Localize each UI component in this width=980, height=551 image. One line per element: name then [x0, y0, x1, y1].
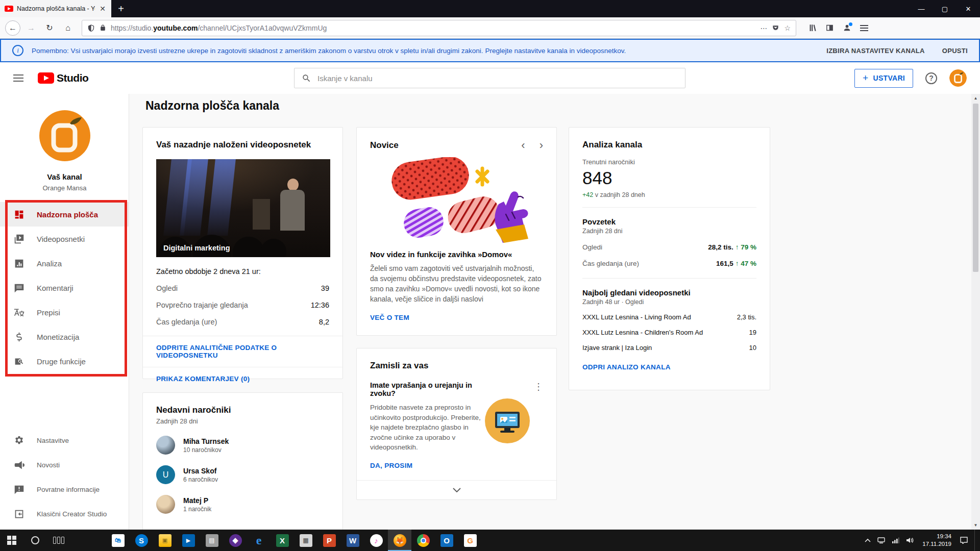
subscriber-avatar: U — [156, 465, 175, 484]
excel-icon[interactable]: X — [271, 530, 294, 551]
task-view-icon[interactable] — [47, 530, 70, 551]
scroll-down-icon[interactable]: ▼ — [974, 521, 978, 530]
news-card: Novice ‹ › — [356, 127, 557, 336]
show-comments-link[interactable]: PRIKAZ KOMENTARJEV (0) — [143, 367, 342, 390]
classic-studio-icon — [14, 509, 24, 519]
news-prev-icon[interactable]: ‹ — [521, 140, 525, 151]
search-input[interactable] — [317, 74, 678, 83]
brand-name: Studio — [57, 72, 88, 84]
start-button[interactable] — [0, 530, 23, 551]
tab-close-icon[interactable]: ✕ — [99, 5, 107, 13]
store-icon[interactable]: 🛍 — [106, 530, 130, 551]
menu-icon[interactable] — [856, 20, 872, 36]
sidebar-item-transcripts[interactable]: Prepisi — [0, 300, 129, 324]
news-body: Želeli smo vam zagotoviti več ustvarjaln… — [370, 264, 543, 305]
sidebar-item-monetization[interactable]: Monetizacija — [0, 324, 129, 349]
kebab-menu-icon[interactable]: ⋮ — [534, 382, 543, 391]
account-icon[interactable] — [839, 20, 854, 36]
lock-icon — [100, 24, 106, 32]
url-bar[interactable]: https://studio.youtube.com/channel/UCjxs… — [82, 20, 796, 36]
new-tab-button[interactable]: + — [111, 0, 131, 17]
news-next-icon[interactable]: › — [540, 140, 543, 151]
ideas-yes-link[interactable]: DA, PROSIM — [370, 462, 412, 469]
video-thumbnail[interactable]: Digitalni marketing — [156, 159, 330, 257]
pocket-icon[interactable] — [772, 24, 779, 32]
file-explorer-icon[interactable]: ▣ — [153, 530, 177, 551]
itunes-icon[interactable]: ♪ — [364, 530, 388, 551]
subscriber-row[interactable]: Matej P1 naročnik — [156, 495, 329, 514]
open-video-analytics-link[interactable]: ODPRITE ANALITIČNE PODATKE O VIDEOPOSNET… — [143, 336, 342, 367]
browser-tab[interactable]: Nadzorna plošča kanala - YouT ✕ — [0, 0, 111, 17]
network-tray-icon[interactable] — [892, 537, 899, 543]
hidden-icons-chevron[interactable] — [865, 538, 871, 542]
notice-banner: i Pomembno: Vsi ustvarjalci morajo izves… — [0, 39, 980, 62]
sidebar-item-comments[interactable]: Komentarji — [0, 276, 129, 300]
library-icon[interactable] — [804, 20, 820, 36]
hamburger-icon[interactable] — [13, 74, 23, 82]
sidebars-icon[interactable] — [822, 20, 837, 36]
recent-subscribers-card: Nedavni naročniki Zadnjih 28 dni Miha Tu… — [142, 392, 343, 530]
stat-row: Čas gledanja (ure)8,2 — [156, 309, 329, 326]
expand-button[interactable] — [357, 480, 556, 499]
sidebar-item-whats-new[interactable]: Novosti — [0, 453, 129, 477]
taskbar-clock[interactable]: 19:34 17.11.2019 — [920, 533, 953, 548]
minimize-button[interactable]: — — [910, 0, 933, 17]
show-desktop-button[interactable] — [974, 530, 977, 551]
app-icon-2[interactable]: ◆ — [224, 530, 247, 551]
top-video-row[interactable]: Izjave strank | Iza Login10 — [582, 344, 756, 352]
studio-logo[interactable]: Studio — [38, 72, 88, 84]
edge-icon[interactable]: e — [247, 530, 271, 551]
chrome-icon[interactable] — [411, 530, 435, 551]
dismiss-button[interactable]: OPUSTI — [942, 47, 968, 55]
page-actions-icon[interactable]: ⋯ — [760, 24, 767, 32]
sidebar-item-classic-studio[interactable]: Klasični Creator Studio — [0, 502, 129, 526]
ideas-illustration — [485, 398, 530, 443]
scrollbar[interactable]: ▲ ▼ — [971, 94, 980, 530]
back-button[interactable]: ← — [5, 20, 20, 36]
account-avatar[interactable] — [949, 69, 967, 87]
top-video-row[interactable]: XXXL Lutz Lesnina - Children's Room Ad19 — [582, 329, 756, 336]
close-button[interactable]: ✕ — [957, 0, 980, 17]
bookmark-star-icon[interactable]: ☆ — [784, 24, 791, 32]
top-video-row[interactable]: XXXL Lutz Lesnina - Living Room Ad2,3 ti… — [582, 313, 756, 321]
subscriber-row[interactable]: U Ursa Skof6 naročnikov — [156, 465, 329, 484]
create-button[interactable]: + USTVARI — [854, 69, 913, 88]
firefox-icon[interactable]: 🦊 — [388, 530, 411, 551]
pc-tray-icon[interactable] — [877, 537, 885, 544]
sidebar-item-other-features[interactable]: Druge funkcije — [0, 349, 129, 373]
reload-button[interactable]: ↻ — [42, 20, 57, 36]
sidebar-item-feedback[interactable]: Povratne informacije — [0, 477, 129, 502]
subscriber-row[interactable]: Miha Turnsek10 naročnikov — [156, 436, 329, 455]
dollar-icon — [14, 332, 24, 342]
sidebar-item-dashboard[interactable]: Nadzorna plošča — [0, 202, 129, 227]
g-app-icon[interactable]: G — [458, 530, 482, 551]
action-center-icon[interactable] — [960, 537, 968, 544]
tracking-shield-icon[interactable] — [87, 24, 95, 32]
summary-title: Povzetek — [582, 217, 756, 226]
scroll-up-icon[interactable]: ▲ — [974, 94, 978, 103]
maximize-button[interactable]: ▢ — [933, 0, 957, 17]
sidebar-item-settings[interactable]: Nastavitve — [0, 428, 129, 453]
channel-avatar[interactable] — [36, 107, 93, 164]
open-channel-analytics-link[interactable]: ODPRI ANALIZO KANALA — [582, 363, 671, 371]
banner-link[interactable]: Preglejte nastavitve kanala in videoposn… — [485, 47, 626, 55]
home-button[interactable]: ⌂ — [60, 20, 76, 36]
movies-tv-icon[interactable]: ▶ — [177, 530, 200, 551]
help-icon[interactable]: ? — [925, 72, 937, 84]
volume-tray-icon[interactable] — [906, 537, 914, 543]
sidebar-item-analytics[interactable]: Analiza — [0, 251, 129, 276]
forward-button[interactable]: → — [23, 20, 39, 36]
top-videos-title: Najbolj gledani videoposnetki — [582, 288, 756, 297]
sidebar-item-videos[interactable]: Videoposnetki — [0, 227, 129, 251]
app-icon-1[interactable]: ▤ — [200, 530, 224, 551]
news-more-link[interactable]: VEČ O TEM — [370, 314, 409, 321]
cortana-icon[interactable] — [23, 530, 47, 551]
word-icon[interactable]: W — [341, 530, 364, 551]
scrollbar-thumb[interactable] — [973, 104, 978, 272]
skype-icon[interactable]: S — [130, 530, 153, 551]
outlook-icon[interactable]: O — [435, 530, 458, 551]
channel-search[interactable] — [294, 68, 685, 88]
channel-settings-button[interactable]: IZBIRA NASTAVITEV KANALA — [826, 47, 925, 55]
powerpoint-icon[interactable]: P — [317, 530, 341, 551]
calculator-icon[interactable]: ▦ — [294, 530, 317, 551]
